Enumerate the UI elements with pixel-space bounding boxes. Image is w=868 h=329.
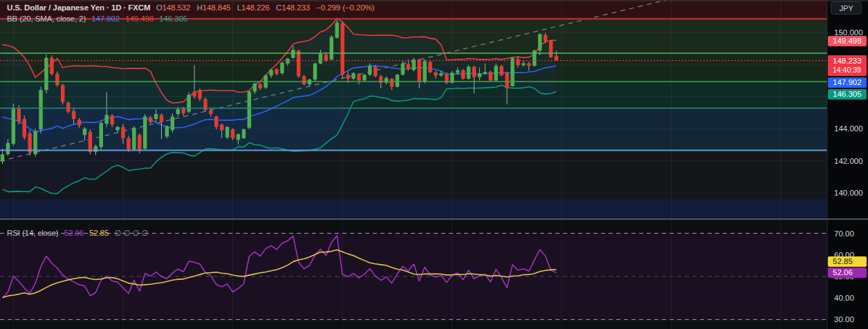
bb-basis-axis-badge: 147.902 <box>828 77 867 88</box>
trading-chart-app: 150.000144.000142.000140.00070.0060.0050… <box>0 0 868 329</box>
countdown-timer: 14:40:39 <box>833 66 867 75</box>
candlestick-chart[interactable]: 150.000144.000142.000140.00070.0060.0050… <box>0 0 868 329</box>
price-tick-label: 144.000 <box>834 124 863 133</box>
price-tick-label: 150.000 <box>834 28 863 37</box>
bb-upper-axis-badge: 149.498 <box>828 36 867 46</box>
last-price-axis-badge: 148.233 14:40:39 <box>828 55 867 76</box>
bb-lower-axis-badge: 146.305 <box>828 89 867 100</box>
rsi-tick-label: 70.00 <box>834 229 854 238</box>
rsi-ma-axis-badge: 52.85 <box>828 256 867 267</box>
rsi-tick-label: 30.00 <box>834 315 854 323</box>
rsi-axis-badge: 52.06 <box>828 267 867 278</box>
rsi-tick-label: 40.00 <box>834 294 854 302</box>
price-tick-label: 142.000 <box>834 157 863 165</box>
price-tick-label: 140.000 <box>834 189 863 197</box>
currency-axis-button[interactable]: JPY <box>831 1 862 15</box>
